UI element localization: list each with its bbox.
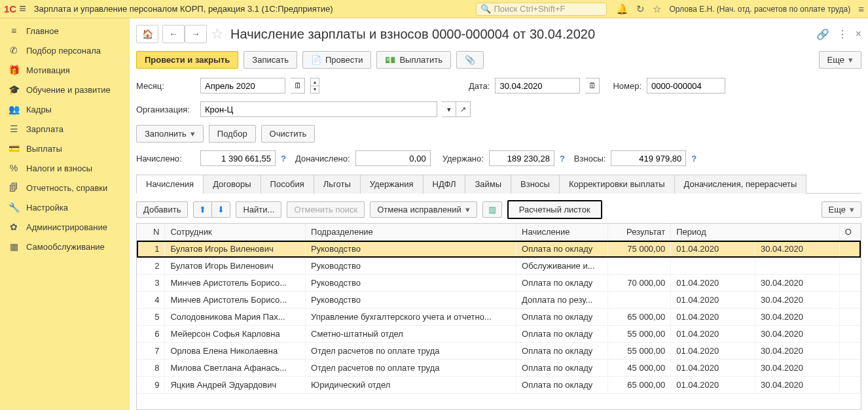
more-button[interactable]: Еще bbox=[819, 51, 861, 69]
sidebar-item-1[interactable]: ✆Подбор персонала bbox=[0, 41, 129, 60]
sidebar-item-7[interactable]: %Налоги и взносы bbox=[0, 158, 129, 178]
command-bar: Провести и закрыть Записать 📄Провести 💵В… bbox=[136, 51, 861, 69]
back-button[interactable]: ← bbox=[162, 25, 185, 43]
tab-7[interactable]: Взносы bbox=[511, 175, 560, 194]
tab-5[interactable]: НДФЛ bbox=[423, 175, 466, 194]
sidebar-item-4[interactable]: 👥Кадры bbox=[0, 99, 129, 119]
table-more-button[interactable]: Еще bbox=[822, 201, 861, 218]
accruals-table[interactable]: N Сотрудник Подразделение Начисление Рез… bbox=[137, 224, 861, 394]
org-input[interactable] bbox=[200, 101, 437, 117]
table-row[interactable]: 7Орлова Елена НиколаевнаОтдел расчетов п… bbox=[137, 343, 861, 360]
sidebar-icon: 🗐 bbox=[8, 182, 20, 193]
sidebar-item-11[interactable]: ▦Самообслуживание bbox=[0, 237, 129, 256]
table-row[interactable]: 9Яцкив Андрей ЭдуардовичЮридический отде… bbox=[137, 377, 861, 394]
fill-button[interactable]: Заполнить bbox=[136, 125, 204, 143]
col-n[interactable]: N bbox=[137, 224, 165, 241]
sidebar-icon: ▦ bbox=[8, 241, 20, 252]
month-input[interactable] bbox=[200, 78, 285, 94]
col-department[interactable]: Подразделение bbox=[306, 224, 516, 241]
tab-8[interactable]: Корректировки выплаты bbox=[559, 175, 675, 194]
payslip-button[interactable]: Расчетный листок bbox=[507, 200, 602, 219]
move-up-button[interactable]: ⬆ bbox=[193, 201, 212, 218]
contrib-label: Взносы: bbox=[574, 154, 606, 163]
find-button[interactable]: Найти... bbox=[236, 201, 281, 218]
sidebar-icon: ☰ bbox=[8, 124, 20, 134]
show-details-button[interactable]: ▥ bbox=[482, 201, 502, 218]
close-icon[interactable]: × bbox=[856, 28, 861, 40]
tab-0[interactable]: Начисления bbox=[136, 175, 204, 194]
col-o[interactable]: О bbox=[839, 224, 860, 241]
org-label: Организация: bbox=[136, 105, 195, 114]
month-spinner[interactable]: ▴▾ bbox=[310, 78, 319, 94]
date-calendar-icon[interactable]: 🗓 bbox=[585, 78, 600, 94]
tab-3[interactable]: Льготы bbox=[314, 175, 361, 194]
sidebar-item-9[interactable]: 🔧Настройка bbox=[0, 197, 129, 217]
col-employee[interactable]: Сотрудник bbox=[165, 224, 306, 241]
sidebar-item-5[interactable]: ☰Зарплата bbox=[0, 119, 129, 139]
month-calendar-icon[interactable]: 🗓 bbox=[291, 78, 305, 94]
sidebar-item-3[interactable]: 🎓Обучение и развитие bbox=[0, 80, 129, 99]
tab-1[interactable]: Договоры bbox=[203, 175, 261, 194]
sidebar-item-10[interactable]: ✿Администрирование bbox=[0, 217, 129, 237]
home-button[interactable]: 🏠 bbox=[136, 25, 158, 43]
sidebar-icon: 💳 bbox=[8, 143, 20, 154]
sidebar-item-6[interactable]: 💳Выплаты bbox=[0, 139, 129, 158]
table-row[interactable]: 1Булатов Игорь ВиленовичРуководствоОплат… bbox=[137, 241, 861, 258]
withheld-help[interactable]: ? bbox=[560, 154, 565, 163]
forward-button[interactable]: → bbox=[185, 25, 207, 43]
tab-2[interactable]: Пособия bbox=[261, 175, 314, 194]
table-toolbar: Добавить ⬆ ⬇ Найти... Отменить поиск Отм… bbox=[136, 200, 861, 219]
table-row[interactable]: 4Минчев Аристотель Борисо...РуководствоД… bbox=[137, 292, 861, 309]
settings-icon[interactable]: ≡ bbox=[858, 3, 864, 14]
post-button[interactable]: 📄Провести bbox=[302, 51, 372, 69]
org-open-icon[interactable]: ↗ bbox=[456, 101, 471, 117]
tab-6[interactable]: Займы bbox=[465, 175, 511, 194]
table-row[interactable]: 2Булатов Игорь ВиленовичРуководствоОбслу… bbox=[137, 258, 861, 275]
search-placeholder: Поиск Ctrl+Shift+F bbox=[494, 4, 565, 14]
post-and-close-button[interactable]: Провести и закрыть bbox=[136, 51, 238, 69]
table-row[interactable]: 3Минчев Аристотель Борисо...РуководствоО… bbox=[137, 275, 861, 292]
post-icon: 📄 bbox=[311, 55, 321, 65]
move-down-button[interactable]: ⬇ bbox=[212, 201, 230, 218]
addaccrued-label: Доначислено: bbox=[295, 154, 350, 163]
col-result[interactable]: Результат bbox=[607, 224, 671, 241]
history-icon[interactable]: ↻ bbox=[636, 3, 645, 15]
search-input[interactable]: 🔍 Поиск Ctrl+Shift+F bbox=[476, 3, 607, 16]
clear-button[interactable]: Очистить bbox=[261, 125, 316, 143]
number-input[interactable] bbox=[647, 78, 725, 94]
menu-icon[interactable]: ≡ bbox=[19, 2, 26, 16]
write-button[interactable]: Записать bbox=[244, 51, 297, 69]
tab-9[interactable]: Доначисления, перерасчеты bbox=[674, 175, 807, 194]
sidebar-item-2[interactable]: 🎁Мотивация bbox=[0, 60, 129, 80]
col-period[interactable]: Период bbox=[671, 224, 840, 241]
withheld-value[interactable] bbox=[489, 150, 554, 166]
org-dropdown-icon[interactable]: ▾ bbox=[442, 101, 456, 117]
sidebar-item-label: Выплаты bbox=[26, 144, 62, 154]
favorite-icon[interactable]: ☆ bbox=[211, 26, 224, 43]
accrued-help[interactable]: ? bbox=[281, 154, 286, 163]
add-row-button[interactable]: Добавить bbox=[136, 201, 188, 218]
pay-button[interactable]: 💵Выплатить bbox=[376, 51, 451, 69]
table-row[interactable]: 5Солодовникова Мария Пах...Управление бу… bbox=[137, 309, 861, 326]
attach-button[interactable]: 📎 bbox=[456, 51, 484, 69]
table-row[interactable]: 6Мейерсон Софья КарловнаСметно-штатный о… bbox=[137, 326, 861, 343]
pick-button[interactable]: Подбор bbox=[209, 125, 256, 143]
user-name[interactable]: Орлова Е.Н. (Нач. отд. расчетов по оплат… bbox=[669, 5, 850, 14]
star-icon[interactable]: ☆ bbox=[653, 3, 661, 15]
cancel-fix-button[interactable]: Отмена исправлений bbox=[370, 201, 477, 218]
contrib-value[interactable] bbox=[611, 150, 686, 166]
sidebar-item-8[interactable]: 🗐Отчетность, справки bbox=[0, 178, 129, 197]
col-accrual[interactable]: Начисление bbox=[516, 224, 608, 241]
bell-icon[interactable]: 🔔 bbox=[616, 3, 628, 15]
table-row[interactable]: 8Милова Светлана Афанась...Отдел расчето… bbox=[137, 360, 861, 377]
link-icon[interactable]: 🔗 bbox=[816, 28, 829, 41]
date-input[interactable] bbox=[495, 78, 580, 94]
contrib-help[interactable]: ? bbox=[691, 154, 696, 163]
tab-4[interactable]: Удержания bbox=[360, 175, 424, 194]
sidebar-item-label: Зарплата bbox=[26, 124, 63, 134]
kebab-icon[interactable]: ⋮ bbox=[837, 28, 848, 41]
accrued-value[interactable] bbox=[200, 150, 276, 166]
sidebar-item-0[interactable]: ≡Главное bbox=[0, 21, 129, 41]
addaccrued-value[interactable] bbox=[355, 150, 431, 166]
sidebar-item-label: Мотивация bbox=[26, 65, 70, 75]
